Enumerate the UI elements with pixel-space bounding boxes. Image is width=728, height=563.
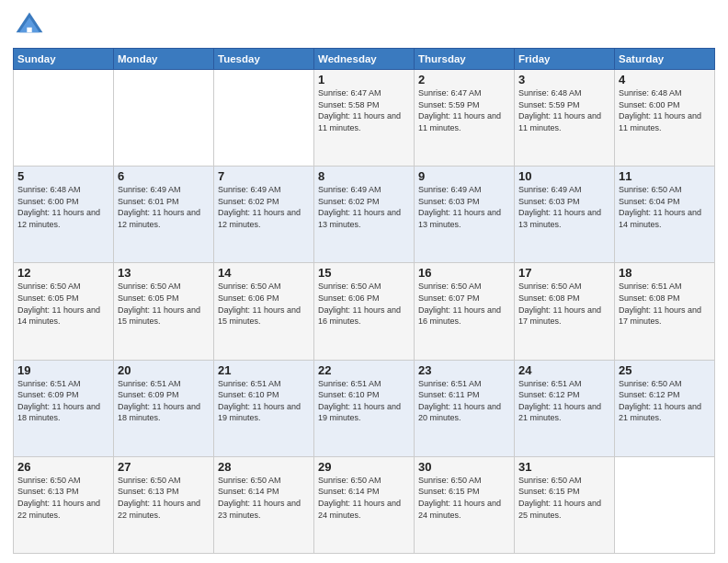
calendar-cell: 5Sunrise: 6:48 AMSunset: 6:00 PMDaylight… bbox=[14, 167, 114, 263]
day-info: Sunrise: 6:49 AMSunset: 6:01 PMDaylight:… bbox=[118, 185, 200, 229]
day-number: 8 bbox=[318, 169, 410, 183]
calendar-cell: 14Sunrise: 6:50 AMSunset: 6:06 PMDayligh… bbox=[214, 263, 314, 360]
day-number: 30 bbox=[418, 460, 510, 474]
day-info: Sunrise: 6:50 AMSunset: 6:05 PMDaylight:… bbox=[17, 282, 100, 326]
day-info: Sunrise: 6:50 AMSunset: 6:06 PMDaylight:… bbox=[218, 282, 301, 326]
calendar-cell: 29Sunrise: 6:50 AMSunset: 6:14 PMDayligh… bbox=[314, 456, 415, 553]
weekday-header-tuesday: Tuesday bbox=[214, 49, 314, 70]
page: SundayMondayTuesdayWednesdayThursdayFrid… bbox=[0, 0, 728, 563]
day-info: Sunrise: 6:49 AMSunset: 6:02 PMDaylight:… bbox=[218, 185, 301, 229]
calendar-cell bbox=[214, 70, 314, 167]
day-info: Sunrise: 6:51 AMSunset: 6:10 PMDaylight:… bbox=[318, 379, 401, 423]
day-info: Sunrise: 6:49 AMSunset: 6:03 PMDaylight:… bbox=[418, 185, 501, 229]
day-number: 1 bbox=[318, 73, 410, 86]
week-row-2: 5Sunrise: 6:48 AMSunset: 6:00 PMDaylight… bbox=[14, 167, 715, 263]
day-info: Sunrise: 6:51 AMSunset: 6:09 PMDaylight:… bbox=[118, 379, 200, 423]
day-number: 5 bbox=[17, 169, 109, 183]
day-number: 2 bbox=[418, 73, 510, 86]
day-number: 13 bbox=[118, 266, 210, 280]
day-info: Sunrise: 6:49 AMSunset: 6:02 PMDaylight:… bbox=[318, 185, 401, 229]
calendar-cell: 7Sunrise: 6:49 AMSunset: 6:02 PMDaylight… bbox=[214, 167, 314, 263]
day-number: 28 bbox=[218, 460, 310, 474]
calendar-cell: 20Sunrise: 6:51 AMSunset: 6:09 PMDayligh… bbox=[114, 360, 214, 456]
logo bbox=[13, 9, 50, 42]
calendar-cell: 13Sunrise: 6:50 AMSunset: 6:05 PMDayligh… bbox=[114, 263, 214, 360]
day-info: Sunrise: 6:51 AMSunset: 6:10 PMDaylight:… bbox=[218, 379, 301, 423]
calendar-cell: 19Sunrise: 6:51 AMSunset: 6:09 PMDayligh… bbox=[14, 360, 114, 456]
day-info: Sunrise: 6:50 AMSunset: 6:13 PMDaylight:… bbox=[17, 476, 100, 520]
day-info: Sunrise: 6:47 AMSunset: 5:59 PMDaylight:… bbox=[418, 88, 501, 132]
day-number: 20 bbox=[118, 363, 210, 377]
day-info: Sunrise: 6:50 AMSunset: 6:15 PMDaylight:… bbox=[418, 476, 501, 520]
day-info: Sunrise: 6:51 AMSunset: 6:09 PMDaylight:… bbox=[17, 379, 100, 423]
calendar-cell: 23Sunrise: 6:51 AMSunset: 6:11 PMDayligh… bbox=[415, 360, 515, 456]
day-info: Sunrise: 6:50 AMSunset: 6:08 PMDaylight:… bbox=[518, 282, 601, 326]
calendar-cell: 16Sunrise: 6:50 AMSunset: 6:07 PMDayligh… bbox=[415, 263, 515, 360]
day-number: 27 bbox=[118, 460, 210, 474]
calendar-cell: 2Sunrise: 6:47 AMSunset: 5:59 PMDaylight… bbox=[415, 70, 515, 167]
calendar-cell: 6Sunrise: 6:49 AMSunset: 6:01 PMDaylight… bbox=[114, 167, 214, 263]
calendar-cell: 3Sunrise: 6:48 AMSunset: 5:59 PMDaylight… bbox=[515, 70, 615, 167]
week-row-1: 1Sunrise: 6:47 AMSunset: 5:58 PMDaylight… bbox=[14, 70, 715, 167]
calendar-cell: 25Sunrise: 6:50 AMSunset: 6:12 PMDayligh… bbox=[615, 360, 715, 456]
day-number: 4 bbox=[619, 73, 711, 86]
day-number: 21 bbox=[218, 363, 310, 377]
day-number: 12 bbox=[17, 266, 109, 280]
day-number: 24 bbox=[518, 363, 610, 377]
day-info: Sunrise: 6:50 AMSunset: 6:06 PMDaylight:… bbox=[318, 282, 401, 326]
day-info: Sunrise: 6:48 AMSunset: 6:00 PMDaylight:… bbox=[619, 88, 701, 132]
weekday-header-row: SundayMondayTuesdayWednesdayThursdayFrid… bbox=[14, 49, 715, 70]
calendar-cell: 12Sunrise: 6:50 AMSunset: 6:05 PMDayligh… bbox=[14, 263, 114, 360]
calendar-cell bbox=[615, 456, 715, 553]
calendar-cell: 27Sunrise: 6:50 AMSunset: 6:13 PMDayligh… bbox=[114, 456, 214, 553]
day-info: Sunrise: 6:48 AMSunset: 6:00 PMDaylight:… bbox=[17, 185, 100, 229]
day-number: 17 bbox=[518, 266, 610, 280]
day-info: Sunrise: 6:50 AMSunset: 6:13 PMDaylight:… bbox=[118, 476, 200, 520]
calendar-cell bbox=[14, 70, 114, 167]
weekday-header-monday: Monday bbox=[114, 49, 214, 70]
logo-icon bbox=[13, 9, 46, 42]
calendar-cell: 21Sunrise: 6:51 AMSunset: 6:10 PMDayligh… bbox=[214, 360, 314, 456]
day-number: 14 bbox=[218, 266, 310, 280]
week-row-3: 12Sunrise: 6:50 AMSunset: 6:05 PMDayligh… bbox=[14, 263, 715, 360]
calendar-cell: 31Sunrise: 6:50 AMSunset: 6:15 PMDayligh… bbox=[515, 456, 615, 553]
day-number: 6 bbox=[118, 169, 210, 183]
calendar-cell: 24Sunrise: 6:51 AMSunset: 6:12 PMDayligh… bbox=[515, 360, 615, 456]
week-row-5: 26Sunrise: 6:50 AMSunset: 6:13 PMDayligh… bbox=[14, 456, 715, 553]
calendar-cell: 4Sunrise: 6:48 AMSunset: 6:00 PMDaylight… bbox=[615, 70, 715, 167]
day-info: Sunrise: 6:50 AMSunset: 6:14 PMDaylight:… bbox=[218, 476, 301, 520]
day-number: 29 bbox=[318, 460, 410, 474]
day-info: Sunrise: 6:50 AMSunset: 6:12 PMDaylight:… bbox=[619, 379, 701, 423]
calendar-cell: 18Sunrise: 6:51 AMSunset: 6:08 PMDayligh… bbox=[615, 263, 715, 360]
day-info: Sunrise: 6:50 AMSunset: 6:07 PMDaylight:… bbox=[418, 282, 501, 326]
weekday-header-saturday: Saturday bbox=[615, 49, 715, 70]
calendar-cell bbox=[114, 70, 214, 167]
day-info: Sunrise: 6:51 AMSunset: 6:12 PMDaylight:… bbox=[518, 379, 601, 423]
day-info: Sunrise: 6:50 AMSunset: 6:04 PMDaylight:… bbox=[619, 185, 701, 229]
calendar-cell: 28Sunrise: 6:50 AMSunset: 6:14 PMDayligh… bbox=[214, 456, 314, 553]
header bbox=[13, 9, 715, 42]
weekday-header-thursday: Thursday bbox=[415, 49, 515, 70]
day-info: Sunrise: 6:51 AMSunset: 6:11 PMDaylight:… bbox=[418, 379, 501, 423]
day-number: 26 bbox=[17, 460, 109, 474]
weekday-header-friday: Friday bbox=[515, 49, 615, 70]
calendar-cell: 15Sunrise: 6:50 AMSunset: 6:06 PMDayligh… bbox=[314, 263, 415, 360]
day-number: 22 bbox=[318, 363, 410, 377]
day-number: 7 bbox=[218, 169, 310, 183]
svg-rect-2 bbox=[27, 28, 31, 32]
weekday-header-sunday: Sunday bbox=[14, 49, 114, 70]
calendar-cell: 26Sunrise: 6:50 AMSunset: 6:13 PMDayligh… bbox=[14, 456, 114, 553]
day-info: Sunrise: 6:49 AMSunset: 6:03 PMDaylight:… bbox=[518, 185, 601, 229]
day-info: Sunrise: 6:47 AMSunset: 5:58 PMDaylight:… bbox=[318, 88, 401, 132]
calendar-cell: 9Sunrise: 6:49 AMSunset: 6:03 PMDaylight… bbox=[415, 167, 515, 263]
day-info: Sunrise: 6:51 AMSunset: 6:08 PMDaylight:… bbox=[619, 282, 701, 326]
day-number: 31 bbox=[518, 460, 610, 474]
calendar-cell: 17Sunrise: 6:50 AMSunset: 6:08 PMDayligh… bbox=[515, 263, 615, 360]
weekday-header-wednesday: Wednesday bbox=[314, 49, 415, 70]
day-number: 18 bbox=[619, 266, 711, 280]
calendar-cell: 30Sunrise: 6:50 AMSunset: 6:15 PMDayligh… bbox=[415, 456, 515, 553]
day-info: Sunrise: 6:50 AMSunset: 6:14 PMDaylight:… bbox=[318, 476, 401, 520]
calendar-cell: 22Sunrise: 6:51 AMSunset: 6:10 PMDayligh… bbox=[314, 360, 415, 456]
day-number: 11 bbox=[619, 169, 711, 183]
day-number: 9 bbox=[418, 169, 510, 183]
